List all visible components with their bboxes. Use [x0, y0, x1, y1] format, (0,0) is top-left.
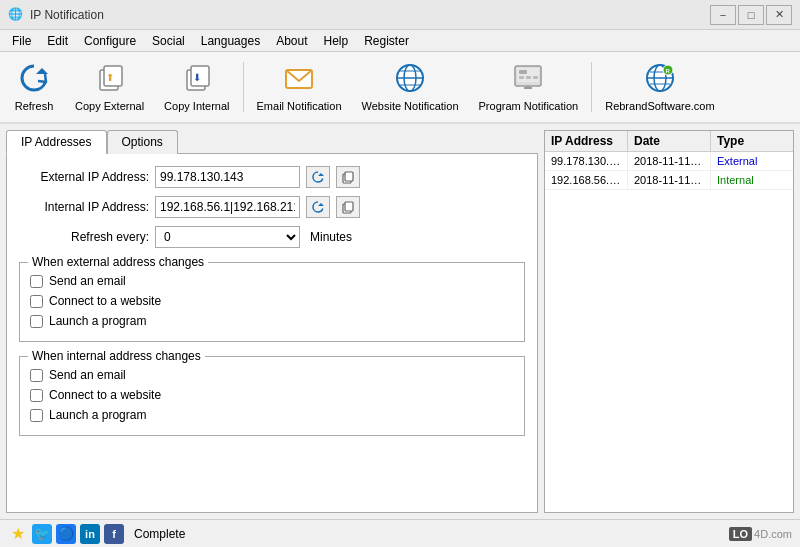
star-icon[interactable]: ★	[8, 524, 28, 544]
copy-external-icon: ⬆	[92, 60, 128, 96]
ext-connect-website-checkbox[interactable]	[30, 295, 43, 308]
menu-help[interactable]: Help	[316, 30, 357, 51]
menu-social[interactable]: Social	[144, 30, 193, 51]
facebook-icon[interactable]: f	[104, 524, 124, 544]
ext-launch-program-row: Launch a program	[30, 311, 514, 331]
toolbar-sep-2	[591, 62, 592, 112]
copy-internal-button[interactable]: ⬇ Copy Internal	[155, 55, 238, 119]
svg-rect-30	[345, 172, 353, 181]
svg-marker-31	[318, 203, 324, 206]
internal-ip-copy-btn[interactable]	[336, 196, 360, 218]
table-body: 99.178.130.143 2018-11-11 2... External …	[545, 152, 793, 512]
table-cell-date-0: 2018-11-11 2...	[628, 152, 711, 170]
program-notification-button[interactable]: Program Notification	[470, 55, 588, 119]
ext-send-email-row: Send an email	[30, 271, 514, 291]
watermark: LO4D.com	[729, 527, 792, 541]
svg-rect-20	[533, 76, 538, 79]
minimize-button[interactable]: −	[710, 5, 736, 25]
refresh-suffix: Minutes	[310, 230, 352, 244]
svg-rect-18	[519, 76, 524, 79]
app-icon: 🌐	[8, 7, 24, 23]
toolbar: Refresh ⬆ Copy External ⬇ Copy Internal	[0, 52, 800, 124]
int-send-email-checkbox[interactable]	[30, 369, 43, 382]
refresh-label: Refresh	[15, 100, 54, 113]
menu-file[interactable]: File	[4, 30, 39, 51]
social-icon-2[interactable]: in	[80, 524, 100, 544]
menu-languages[interactable]: Languages	[193, 30, 268, 51]
external-ip-row: External IP Address:	[19, 166, 525, 188]
internal-changes-group: When internal address changes Send an em…	[19, 356, 525, 436]
external-ip-refresh-btn[interactable]	[306, 166, 330, 188]
ext-send-email-checkbox[interactable]	[30, 275, 43, 288]
program-notification-icon	[510, 60, 546, 96]
tab-bar: IP Addresses Options	[6, 130, 538, 154]
int-send-email-row: Send an email	[30, 365, 514, 385]
int-connect-website-label: Connect to a website	[49, 388, 161, 402]
svg-marker-28	[318, 173, 324, 176]
copy-internal-icon: ⬇	[179, 60, 215, 96]
status-icons: ★ 🐦 🔵 in f Complete	[8, 524, 185, 544]
external-ip-copy-btn[interactable]	[336, 166, 360, 188]
menu-about[interactable]: About	[268, 30, 315, 51]
col-header-ip: IP Address	[545, 131, 628, 151]
menu-edit[interactable]: Edit	[39, 30, 76, 51]
internal-changes-title: When internal address changes	[28, 349, 205, 363]
watermark-logo: LO4D.com	[729, 527, 792, 541]
internal-ip-label: Internal IP Address:	[19, 200, 149, 214]
int-connect-website-row: Connect to a website	[30, 385, 514, 405]
email-notification-icon	[281, 60, 317, 96]
rebrand-button[interactable]: R RebrandSoftware.com	[596, 55, 723, 119]
table-cell-ip-1: 192.168.56.1|...	[545, 171, 628, 189]
table-row[interactable]: 99.178.130.143 2018-11-11 2... External	[545, 152, 793, 171]
ext-launch-program-label: Launch a program	[49, 314, 146, 328]
refresh-label: Refresh every:	[19, 230, 149, 244]
email-notification-button[interactable]: Email Notification	[248, 55, 351, 119]
svg-marker-0	[36, 68, 48, 74]
int-launch-program-row: Launch a program	[30, 405, 514, 425]
table-cell-date-1: 2018-11-11 2...	[628, 171, 711, 189]
svg-rect-19	[526, 76, 531, 79]
website-notification-button[interactable]: Website Notification	[353, 55, 468, 119]
ext-launch-program-checkbox[interactable]	[30, 315, 43, 328]
social-icon-1[interactable]: 🔵	[56, 524, 76, 544]
menu-register[interactable]: Register	[356, 30, 417, 51]
rebrand-label: RebrandSoftware.com	[605, 100, 714, 113]
internal-ip-input[interactable]	[155, 196, 300, 218]
svg-rect-17	[519, 70, 527, 74]
table-cell-type-0: External	[711, 152, 793, 170]
svg-text:⬇: ⬇	[193, 72, 201, 83]
ext-connect-website-row: Connect to a website	[30, 291, 514, 311]
ip-history-table: IP Address Date Type 99.178.130.143 2018…	[544, 130, 794, 513]
refresh-button[interactable]: Refresh	[4, 55, 64, 119]
svg-text:⬆: ⬆	[106, 72, 114, 83]
refresh-select[interactable]: 0 1 5 10 30	[155, 226, 300, 248]
program-notification-label: Program Notification	[479, 100, 579, 113]
maximize-button[interactable]: □	[738, 5, 764, 25]
tab-ip-addresses[interactable]: IP Addresses	[6, 130, 107, 154]
toolbar-sep-1	[243, 62, 244, 112]
status-text: Complete	[134, 527, 185, 541]
tab-options[interactable]: Options	[107, 130, 178, 154]
website-notification-label: Website Notification	[362, 100, 459, 113]
svg-rect-33	[345, 202, 353, 211]
menu-configure[interactable]: Configure	[76, 30, 144, 51]
menu-bar: File Edit Configure Social Languages Abo…	[0, 30, 800, 52]
content-area: IP Addresses Options External IP Address…	[0, 124, 800, 519]
internal-ip-refresh-btn[interactable]	[306, 196, 330, 218]
ext-connect-website-label: Connect to a website	[49, 294, 161, 308]
ext-send-email-label: Send an email	[49, 274, 126, 288]
external-changes-group: When external address changes Send an em…	[19, 262, 525, 342]
copy-external-button[interactable]: ⬆ Copy External	[66, 55, 153, 119]
external-ip-input[interactable]	[155, 166, 300, 188]
internal-ip-row: Internal IP Address:	[19, 196, 525, 218]
table-row[interactable]: 192.168.56.1|... 2018-11-11 2... Interna…	[545, 171, 793, 190]
twitter-icon[interactable]: 🐦	[32, 524, 52, 544]
close-button[interactable]: ✕	[766, 5, 792, 25]
int-connect-website-checkbox[interactable]	[30, 389, 43, 402]
title-bar-controls: − □ ✕	[710, 5, 792, 25]
copy-internal-label: Copy Internal	[164, 100, 229, 113]
tab-panel-content: External IP Address: Internal	[6, 153, 538, 513]
external-ip-label: External IP Address:	[19, 170, 149, 184]
int-launch-program-checkbox[interactable]	[30, 409, 43, 422]
col-header-date: Date	[628, 131, 711, 151]
